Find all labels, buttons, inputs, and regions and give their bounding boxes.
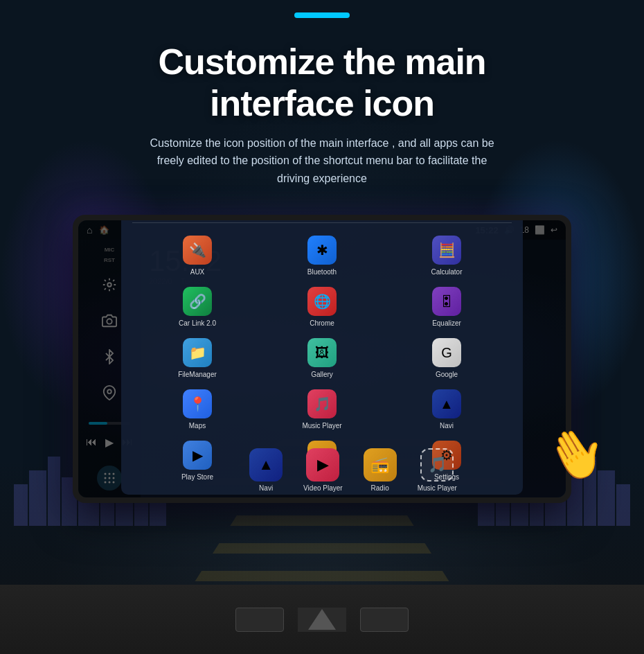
app-icon-google: G (432, 338, 461, 367)
app-label-google: Google (436, 371, 458, 378)
svg-rect-1 (29, 470, 46, 526)
app-icon-navi: ▲ (432, 389, 461, 418)
triangle-icon (308, 609, 336, 630)
app-item-gallery[interactable]: 🖼Gallery (262, 335, 382, 381)
app-icon-maps: 📍 (183, 389, 212, 418)
app-icon-bluetooth: ✱ (307, 236, 337, 265)
dock-label-navi: Navi (259, 484, 273, 492)
page-description: Customize the icon position of the main … (142, 134, 502, 188)
dock-item-videoplayer[interactable]: ▶Video Player (303, 448, 343, 492)
app-label-carlink: Car Link 2.0 (179, 319, 216, 327)
app-item-maps[interactable]: 📍Maps (138, 387, 257, 432)
screen-inner: ⌂ 🏠 15:22 🔊 18 ⬜ ↩ MIC RST (78, 220, 566, 497)
app-item-equalizer[interactable]: 🎛Equalizer (387, 284, 506, 330)
hardware-button-center (298, 608, 346, 632)
app-label-navi: Navi (440, 422, 454, 430)
app-label-maps: Maps (189, 422, 206, 430)
svg-rect-17 (616, 484, 630, 526)
app-label-gallery: Gallery (311, 371, 333, 378)
app-item-carlink[interactable]: 🔗Car Link 2.0 (138, 284, 257, 330)
top-pill-indicator (294, 12, 350, 18)
app-icon-musicplayer: 🎵 (307, 389, 337, 418)
app-label-equalizer: Equalizer (432, 319, 461, 327)
app-label-aux: AUX (190, 268, 205, 276)
app-label-calculator: Calculator (431, 268, 462, 276)
dock-icon-radio: 📻 (364, 448, 397, 481)
car-screen-container: ⌂ 🏠 15:22 🔊 18 ⬜ ↩ MIC RST (73, 215, 571, 503)
app-item-navi[interactable]: ▲Navi (387, 387, 506, 432)
screen-bezel: ⌂ 🏠 15:22 🔊 18 ⬜ ↩ MIC RST (73, 215, 571, 503)
dock-icon-musicplayer: 🎵 (420, 448, 454, 481)
dock-item-navi[interactable]: ▲Navi (249, 448, 283, 492)
app-item-calculator[interactable]: 🧮Calculator (387, 233, 506, 279)
svg-rect-16 (598, 470, 615, 526)
hardware-button-left (235, 608, 284, 632)
app-label-chrome: Chrome (310, 319, 334, 327)
app-item-musicplayer[interactable]: 🎵Music Player (262, 387, 382, 432)
app-grid: 🔌AUX✱Bluetooth🧮Calculator🔗Car Link 2.0🌐C… (132, 233, 512, 484)
app-icon-carlink: 🔗 (183, 287, 212, 316)
app-item-chrome[interactable]: 🌐Chrome (262, 284, 382, 330)
dock-label-videoplayer: Video Player (303, 484, 343, 492)
dock-icon-navi: ▲ (249, 448, 283, 481)
app-label-musicplayer: Music Player (302, 422, 341, 430)
dock-icon-videoplayer: ▶ (306, 448, 339, 481)
dock-item-musicplayer[interactable]: 🎵Music Player (418, 448, 457, 492)
app-item-bluetooth[interactable]: ✱Bluetooth (262, 233, 382, 279)
app-item-google[interactable]: GGoogle (387, 335, 506, 381)
dock-label-musicplayer: Music Player (418, 484, 457, 492)
app-item-filemanager[interactable]: 📁FileManager (138, 335, 257, 381)
bottom-dock: ▲Navi▶Video Player📻Radio🎵Music Player (141, 448, 566, 492)
app-icon-aux: 🔌 (183, 236, 212, 265)
content-area: Customize the main interface icon Custom… (0, 28, 644, 187)
page-title: Customize the main interface icon (158, 42, 485, 125)
dock-item-radio[interactable]: 📻Radio (364, 448, 397, 492)
modal-title: Select the application that needs to be … (132, 220, 512, 223)
app-icon-calculator: 🧮 (432, 236, 461, 265)
app-icon-gallery: 🖼 (307, 338, 337, 367)
app-item-aux[interactable]: 🔌AUX (138, 233, 257, 279)
app-icon-filemanager: 📁 (183, 338, 212, 367)
dock-label-radio: Radio (371, 484, 389, 492)
hardware-button-right (360, 608, 409, 632)
app-label-filemanager: FileManager (178, 371, 217, 378)
app-label-bluetooth: Bluetooth (307, 268, 337, 276)
app-icon-equalizer: 🎛 (432, 287, 461, 316)
svg-rect-0 (14, 484, 28, 526)
hardware-area (0, 585, 644, 654)
app-icon-chrome: 🌐 (307, 287, 337, 316)
svg-rect-2 (48, 457, 60, 526)
